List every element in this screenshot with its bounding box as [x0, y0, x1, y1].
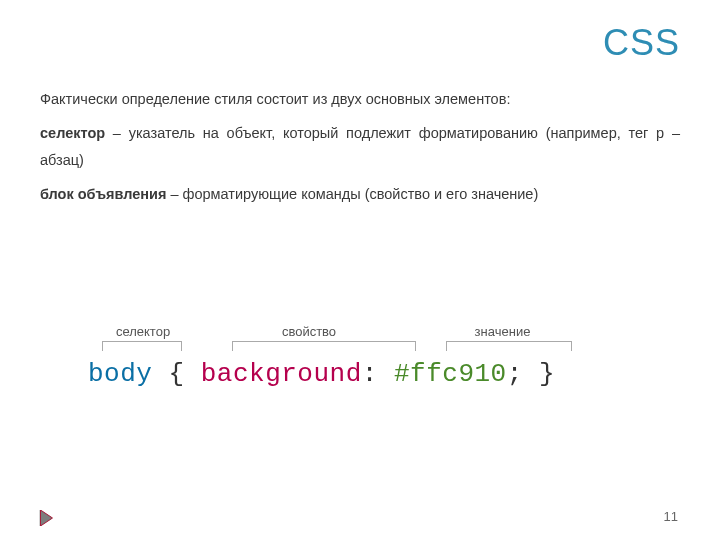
- bracket-property: [232, 341, 416, 351]
- token-brace-open: {: [152, 359, 200, 389]
- label-selector: селектор: [88, 324, 198, 339]
- code-example: body { background: #ffc910; }: [88, 359, 632, 389]
- play-icon: [38, 510, 54, 526]
- css-rule-diagram: селектор свойство значение body { backgr…: [88, 324, 632, 389]
- token-property: background: [201, 359, 362, 389]
- selector-term: селектор: [40, 125, 105, 141]
- block-term: блок объявления: [40, 186, 166, 202]
- token-selector: body: [88, 359, 152, 389]
- bracket-value: [446, 341, 572, 351]
- intro-paragraph: Фактически определение стиля состоит из …: [40, 86, 680, 114]
- page-number: 11: [664, 509, 678, 524]
- svg-marker-0: [40, 510, 52, 526]
- selector-definition: – указатель на объект, который подлежит …: [40, 125, 680, 169]
- body-text: Фактически определение стиля состоит из …: [40, 86, 680, 214]
- selector-paragraph: селектор – указатель на объект, который …: [40, 120, 680, 175]
- token-brace-close: }: [523, 359, 555, 389]
- token-value: #ffc910: [394, 359, 507, 389]
- page-title: CSS: [603, 22, 680, 64]
- diagram-labels: селектор свойство значение: [88, 324, 632, 339]
- diagram-brackets: [88, 341, 632, 351]
- token-colon: :: [362, 359, 378, 389]
- token-space: [378, 359, 394, 389]
- label-value: значение: [420, 324, 585, 339]
- block-paragraph: блок объявления – форматирующие команды …: [40, 181, 680, 209]
- bracket-selector: [102, 341, 182, 351]
- token-semicolon: ;: [507, 359, 523, 389]
- label-property: свойство: [198, 324, 420, 339]
- block-definition: – форматирующие команды (свойство и его …: [166, 186, 538, 202]
